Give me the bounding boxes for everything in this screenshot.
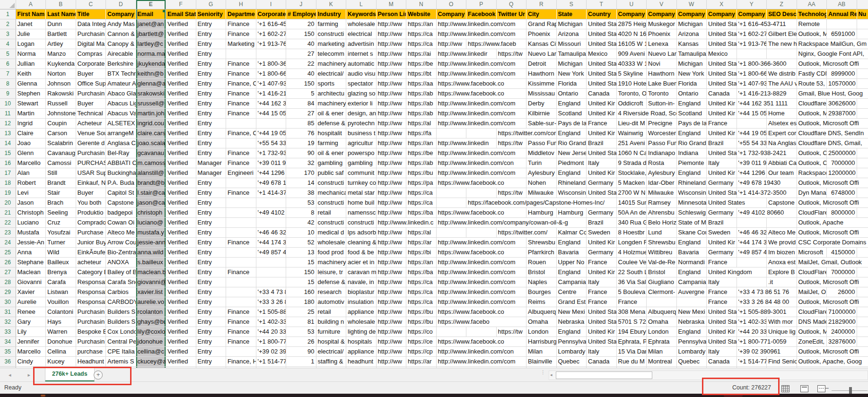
cell[interactable]: https://ca [406, 297, 437, 307]
cell[interactable]: State of M [676, 218, 707, 228]
cell[interactable]: Outlook, Apache, Goog [797, 357, 868, 367]
cell[interactable]: Italy [587, 158, 617, 168]
cell[interactable]: Lake Buen [647, 79, 677, 89]
cell[interactable]: Airecable [106, 49, 136, 59]
cell[interactable]: Michigan [676, 59, 707, 69]
cell[interactable]: '+1 913-76 [736, 39, 767, 49]
cell[interactable]: Carafa [46, 277, 76, 287]
cell[interactable]: https://an [406, 258, 437, 268]
cell[interactable]: Clermont- [647, 287, 677, 297]
cell[interactable]: Gmail, Blue Host, Goog [797, 89, 868, 99]
cell[interactable]: Stephane [16, 258, 46, 268]
cell[interactable]: 7000000 [827, 158, 857, 168]
cell[interactable]: Rosta [647, 158, 677, 168]
cell[interactable]: Abaco Gla [106, 89, 136, 99]
cell[interactable] [256, 198, 286, 208]
cell[interactable]: http://www.linkedin.c [376, 218, 436, 228]
cell[interactable]: internet s [346, 49, 377, 59]
cell[interactable]: Arizona [676, 29, 707, 39]
cell[interactable] [767, 49, 797, 59]
cell[interactable]: 25000000 [827, 148, 857, 158]
cell[interactable]: jessie-ann [136, 238, 166, 248]
cell[interactable]: Precigne [647, 119, 677, 129]
cell[interactable]: Rakowski [46, 89, 76, 99]
cell[interactable]: '+44 19 056 [736, 129, 767, 138]
cell[interactable] [857, 327, 868, 337]
header-cell[interactable]: Company [616, 9, 647, 19]
cell[interactable]: Carafa Sno [106, 277, 136, 287]
cell[interactable]: CloudFlare [797, 307, 827, 317]
cell[interactable]: mustafa.y [136, 228, 166, 238]
cell[interactable]: 194 Ebury [616, 327, 647, 337]
cell[interactable]: United Sta [707, 307, 737, 317]
cell[interactable]: Amateur A [106, 79, 136, 89]
cell[interactable]: 25 [286, 307, 316, 317]
cell[interactable]: Glenna [16, 79, 46, 89]
cell[interactable]: Comprado [76, 218, 106, 228]
cell[interactable] [736, 119, 767, 129]
cell[interactable]: http://ww [376, 287, 406, 297]
cell[interactable]: oil & ener [316, 109, 346, 119]
cell[interactable]: MailJet, Gmail, Outlook [797, 258, 868, 268]
column-letter[interactable]: F [166, 0, 196, 9]
cell[interactable]: Entry [196, 49, 226, 59]
row-number[interactable]: 29 [0, 287, 16, 297]
cell[interactable]: Tamaulipa [556, 49, 587, 59]
cell[interactable]: staffing & [316, 357, 346, 367]
column-letter[interactable]: W [676, 0, 707, 9]
cell[interactable]: https://ca [406, 287, 437, 297]
cell[interactable]: United Sta [587, 59, 617, 69]
cell[interactable]: Outlook, C [797, 158, 827, 168]
cell[interactable]: cleaning & [346, 238, 377, 248]
cell[interactable]: design, an [346, 109, 377, 119]
cell[interactable]: ckucey@a [136, 357, 166, 367]
cell[interactable]: Nebraska [556, 317, 587, 327]
cell[interactable]: New York [676, 69, 707, 79]
cell[interactable]: Sweden [707, 228, 737, 238]
cell[interactable]: Albuquerq [526, 307, 557, 317]
cell[interactable]: Entry [196, 148, 226, 158]
cell[interactable]: Purchasin [76, 337, 106, 347]
cell[interactable] [226, 138, 256, 148]
cell[interactable]: '+49 857 49 [736, 248, 767, 258]
cell[interactable]: https://bu [406, 168, 437, 178]
cell[interactable]: Verified [166, 89, 196, 99]
cell[interactable]: Omaha [526, 317, 557, 327]
cell[interactable]: food & be [346, 248, 377, 258]
row-number[interactable]: 6 [0, 59, 16, 69]
cell[interactable]: Finance, C [226, 129, 256, 138]
cell[interactable] [857, 307, 868, 317]
cell[interactable]: United Sta [707, 69, 737, 79]
row-number[interactable]: 15 [0, 148, 16, 158]
cell[interactable]: Verified [166, 178, 196, 188]
cell[interactable]: Rio Grand [676, 138, 707, 148]
cell[interactable]: '+33 3 26 8 [256, 297, 286, 307]
cell[interactable] [767, 218, 797, 228]
cell[interactable]: 13 [286, 248, 316, 258]
cell[interactable]: Builders S [106, 307, 136, 317]
cell[interactable]: http://ww [376, 168, 406, 178]
cell[interactable]: Keith [16, 69, 46, 79]
column-letter[interactable]: U [616, 0, 647, 9]
cell[interactable]: cellina@c [136, 347, 166, 357]
cell[interactable]: 15 Via Dar [616, 347, 647, 357]
cell[interactable]: Michigan [556, 59, 587, 69]
cell[interactable]: Verified [166, 119, 196, 129]
cell[interactable]: Arizona [556, 29, 587, 39]
cell[interactable]: Finance [226, 327, 256, 337]
cell[interactable]: CARBODY [106, 297, 136, 307]
cell[interactable]: Stewart [16, 99, 46, 109]
cell[interactable]: http://ww [376, 307, 406, 317]
cell[interactable]: 5 Bouleva [616, 287, 647, 297]
cell[interactable]: United Sta [707, 337, 737, 347]
cell[interactable]: Michigan [556, 19, 587, 29]
cell[interactable]: Verified [166, 168, 196, 178]
cell[interactable]: New Mexi [676, 307, 707, 317]
row-number[interactable]: 31 [0, 307, 16, 317]
cell[interactable]: 85 [286, 119, 316, 129]
cell[interactable]: Scalabrin [46, 138, 76, 148]
cell[interactable]: 29387000 [827, 109, 857, 119]
cell[interactable]: England [556, 268, 587, 277]
cell[interactable]: https://ab [406, 89, 437, 99]
cell[interactable]: United Kir [587, 129, 617, 138]
